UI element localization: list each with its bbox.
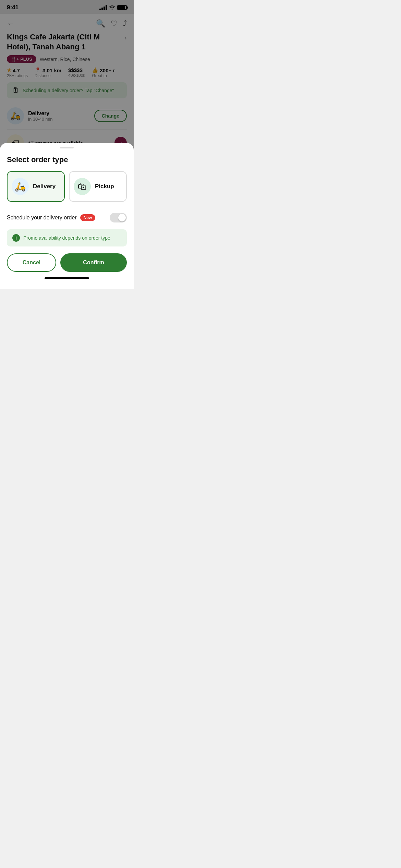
new-badge: New xyxy=(80,214,96,221)
toggle-knob xyxy=(118,214,126,221)
order-type-row: 🛵 Delivery 🛍 Pickup xyxy=(7,171,127,202)
cancel-button[interactable]: Cancel xyxy=(7,253,56,272)
schedule-text: Schedule your delivery order xyxy=(7,215,77,221)
info-icon: i xyxy=(12,234,20,242)
home-indicator xyxy=(45,277,89,279)
sheet-handle xyxy=(60,147,74,148)
confirm-button[interactable]: Confirm xyxy=(60,253,127,272)
action-row: Cancel Confirm xyxy=(7,253,127,272)
schedule-left: Schedule your delivery order New xyxy=(7,214,95,221)
pickup-option-label: Pickup xyxy=(95,183,114,190)
delivery-option[interactable]: 🛵 Delivery xyxy=(7,171,65,202)
schedule-toggle[interactable] xyxy=(110,213,127,222)
promo-notice-text: Promo availability depends on order type xyxy=(23,235,110,241)
sheet-title: Select order type xyxy=(7,155,127,164)
promo-notice: i Promo availability depends on order ty… xyxy=(7,229,127,246)
bottom-sheet: Select order type 🛵 Delivery 🛍 Pickup Sc… xyxy=(0,143,134,289)
pickup-option[interactable]: 🛍 Pickup xyxy=(69,171,127,202)
delivery-option-label: Delivery xyxy=(33,183,56,190)
pickup-option-icon: 🛍 xyxy=(74,178,91,195)
delivery-option-icon: 🛵 xyxy=(12,178,29,195)
schedule-row: Schedule your delivery order New xyxy=(7,210,127,229)
